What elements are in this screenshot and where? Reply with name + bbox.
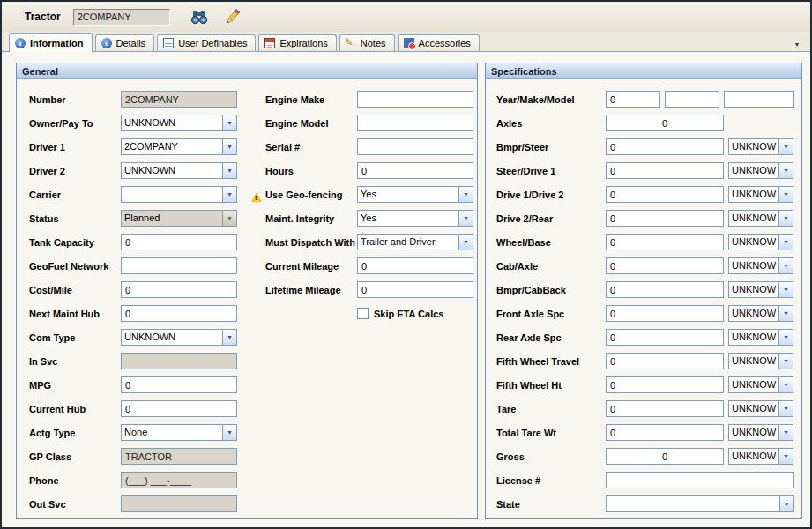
tab-overflow-button[interactable] [791,39,803,49]
chevron-down-icon: ▼ [778,282,793,297]
cab-axle-label: Cab/Axle [496,261,538,272]
row-fifth-wheel-ht: Fifth Wheel HtUNKNOW▼ [496,373,801,397]
chevron-down-icon: ▼ [222,211,236,226]
drive-2-rear-field[interactable] [606,210,724,227]
row-next-maint-hub: Next Maint Hub [29,302,241,325]
actg-type-select[interactable]: None▼ [121,424,237,441]
pencil-icon[interactable] [221,6,244,27]
year-make-model-field-1[interactable] [606,91,660,108]
total-tare-wt-select[interactable]: UNKNOW▼ [728,424,793,441]
engine-make-label: Engine Make [265,94,324,105]
row-gross: GrossUNKNOW▼ [496,444,801,468]
fifth-wheel-travel-field[interactable] [606,353,724,369]
tab-notes[interactable]: Notes [339,34,395,51]
cab-axle-select[interactable]: UNKNOW▼ [728,257,793,274]
must-dispatch-with-select[interactable]: Trailer and Driver▼ [357,234,473,250]
out-svc-label: Out Svc [29,499,66,510]
tare-select[interactable]: UNKNOW▼ [728,400,793,417]
owner-pay-to-select[interactable]: UNKNOWN▼ [121,115,237,131]
cost-mile-label: Cost/Mile [29,285,72,295]
front-axle-spc-select[interactable]: UNKNOW▼ [728,305,793,322]
carrier-select[interactable]: ▼ [121,186,237,203]
specifications-group-body: Year/Make/ModelAxlesBmpr/SteerUNKNOW▼Ste… [486,79,801,516]
front-axle-spc-field[interactable] [606,305,724,322]
license-field[interactable] [606,472,794,488]
drive-1-drive-2-field[interactable] [606,186,724,203]
tractor-id-input[interactable] [73,9,170,26]
binoculars-icon[interactable] [188,6,211,27]
fifth-wheel-ht-field[interactable] [606,376,724,393]
driver-1-select[interactable]: 2COMPANY▼ [121,138,237,155]
cost-mile-field[interactable] [121,281,237,298]
row-in-svc: In Svc [29,349,241,373]
mpg-field[interactable] [121,376,237,393]
row-use-geo-fencing: Use Geo-fencingYes▼ [265,183,477,206]
front-axle-spc-selected-value: UNKNOW [729,306,778,321]
tab-user-definables[interactable]: User Definables [157,34,256,51]
carrier-label: Carrier [29,190,61,200]
drive-1-drive-2-select[interactable]: UNKNOW▼ [728,186,793,203]
gross-select[interactable]: UNKNOW▼ [728,448,793,465]
row-license: License # [496,468,801,492]
wheel-base-select[interactable]: UNKNOW▼ [728,234,793,250]
row-front-axle-spc: Front Axle SpcUNKNOW▼ [496,302,801,325]
tab-information[interactable]: Information [9,33,93,52]
bmpr-steer-select[interactable]: UNKNOW▼ [728,138,793,155]
year-make-model-field-3[interactable] [724,91,794,108]
drive-1-drive-2-selected-value: UNKNOW [729,187,778,202]
engine-make-field[interactable] [357,91,473,108]
fifth-wheel-ht-select[interactable]: UNKNOW▼ [728,376,793,393]
maint-integrity-select[interactable]: Yes▼ [357,210,473,227]
tab-label: Expirations [279,38,327,48]
bmpr-cabback-select[interactable]: UNKNOW▼ [728,281,793,298]
must-dispatch-with-selected-value: Trailer and Driver [358,235,458,250]
tank-capacity-field[interactable] [121,234,237,250]
phone-field [121,472,237,488]
tab-details[interactable]: Details [95,34,155,51]
tare-field[interactable] [606,400,724,417]
gross-field[interactable] [606,448,724,465]
cab-axle-field[interactable] [606,257,724,274]
tab-accessories[interactable]: Accessories [398,34,480,51]
chevron-down-icon: ▼ [778,401,793,416]
steer-drive-1-field[interactable] [606,162,724,179]
rear-axle-spc-label: Rear Axle Spc [496,332,562,343]
drive-2-rear-select[interactable]: UNKNOW▼ [728,210,793,227]
engine-model-field[interactable] [357,115,473,131]
use-geo-fencing-select[interactable]: Yes▼ [357,186,473,203]
bmpr-steer-field[interactable] [606,138,724,155]
row-must-dispatch-with: Must Dispatch WithTrailer and Driver▼ [265,230,477,254]
row-maint-integrity: Maint. IntegrityYes▼ [265,206,477,230]
fifth-wheel-travel-select[interactable]: UNKNOW▼ [728,353,793,369]
wheel-base-field[interactable] [606,234,724,250]
total-tare-wt-selected-value: UNKNOW [729,425,778,440]
chevron-down-icon: ▼ [778,377,793,392]
chevron-down-icon: ▼ [778,211,793,226]
year-make-model-field-2[interactable] [665,91,719,108]
year-make-model-label: Year/Make/Model [496,94,575,105]
axles-field[interactable] [606,115,724,131]
geofuel-network-field[interactable] [121,257,237,274]
bmpr-cabback-field[interactable] [606,281,724,298]
general-group-title: General [22,66,58,77]
state-select[interactable]: ▼ [606,495,794,512]
rear-axle-spc-select[interactable]: UNKNOW▼ [728,329,793,346]
current-hub-field[interactable] [121,400,237,417]
row-steer-drive-1: Steer/Drive 1UNKNOW▼ [496,159,801,183]
serial-field[interactable] [357,138,473,155]
row-axles: Axles [496,111,801,135]
tab-expirations[interactable]: Expirations [258,34,336,51]
driver-2-select[interactable]: UNKNOWN▼ [121,162,237,179]
skip-eta-calcs-checkbox[interactable] [357,308,369,319]
com-type-select[interactable]: UNKNOWN▼ [121,329,237,346]
lifetime-mileage-field[interactable] [357,281,473,298]
steer-drive-1-select[interactable]: UNKNOW▼ [728,162,793,179]
next-maint-hub-field[interactable] [121,305,237,322]
current-mileage-field[interactable] [357,257,473,274]
total-tare-wt-field[interactable] [606,424,724,441]
rear-axle-spc-field[interactable] [606,329,724,346]
hours-field[interactable] [357,162,473,179]
row-cost-mile: Cost/Mile [29,278,241,302]
calendar-icon [264,38,275,48]
row-actg-type: Actg TypeNone▼ [29,421,241,444]
